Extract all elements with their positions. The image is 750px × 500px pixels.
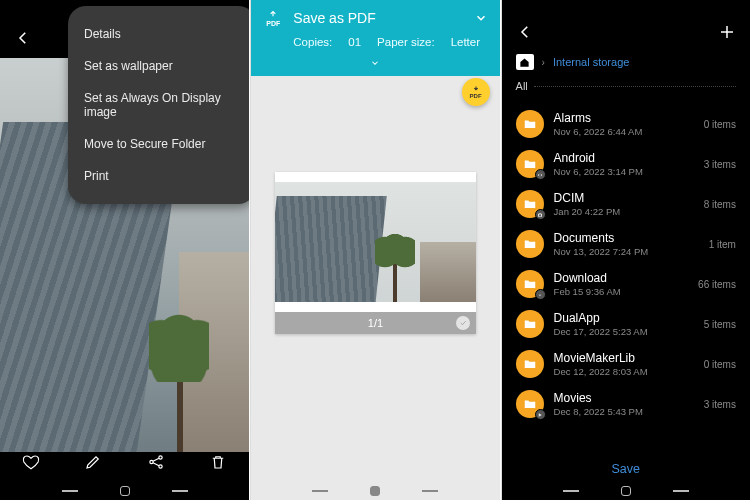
nav-bar [502, 482, 750, 500]
overflow-menu: Details Set as wallpaper Set as Always O… [68, 6, 249, 204]
nav-recents[interactable] [563, 490, 579, 492]
page-preview-footer: 1/1 [275, 312, 475, 334]
add-icon[interactable] [718, 23, 736, 41]
chevron-right-icon: › [542, 57, 545, 68]
folder-count: 5 items [704, 319, 736, 330]
nav-back[interactable] [172, 490, 188, 492]
copies-label: Copies: [293, 36, 332, 48]
menu-item-secure-folder[interactable]: Move to Secure Folder [68, 128, 249, 160]
printer-destination[interactable]: Save as PDF [293, 10, 375, 26]
pdf-badge-label: PDF [266, 20, 280, 27]
nav-back[interactable] [673, 490, 689, 492]
all-label: All [516, 80, 528, 92]
folder-icon [516, 270, 544, 298]
section-header: All [502, 78, 750, 96]
folder-date: Jan 20 4:22 PM [554, 206, 694, 217]
folder-count: 0 items [704, 119, 736, 130]
svg-point-1 [150, 460, 153, 463]
svg-point-2 [159, 456, 162, 459]
page-indicator: 1/1 [368, 317, 383, 329]
pdf-icon: PDF [263, 8, 283, 28]
nav-home[interactable] [120, 486, 130, 496]
folder-name: MovieMakerLib [554, 351, 694, 365]
heart-icon[interactable] [22, 453, 40, 471]
menu-item-set-wallpaper[interactable]: Set as wallpaper [68, 50, 249, 82]
menu-item-details[interactable]: Details [68, 18, 249, 50]
breadcrumb-location[interactable]: Internal storage [553, 56, 629, 68]
svg-point-3 [159, 465, 162, 468]
nav-home[interactable] [370, 486, 380, 496]
folder-row[interactable]: MovieMakerLibDec 12, 2022 8:03 AM0 items [502, 344, 750, 384]
folder-date: Nov 6, 2022 3:14 PM [554, 166, 694, 177]
share-icon[interactable] [147, 453, 165, 471]
folder-list[interactable]: AlarmsNov 6, 2022 6:44 AM0 itemsAndroidN… [502, 104, 750, 456]
print-header: PDF Save as PDF Copies: 01 Paper size: L… [251, 0, 499, 76]
folder-icon [516, 390, 544, 418]
folder-icon [516, 310, 544, 338]
down-badge-icon [535, 289, 546, 300]
folder-row[interactable]: MoviesDec 8, 2022 5:43 PM3 items [502, 384, 750, 424]
page-preview[interactable]: 1/1 [275, 172, 475, 334]
folder-row[interactable]: DownloadFeb 15 9:36 AM66 items [502, 264, 750, 304]
home-icon[interactable] [516, 54, 534, 70]
save-pdf-fab[interactable]: PDF [462, 78, 490, 106]
papersize-label: Paper size: [377, 36, 435, 48]
folder-count: 0 items [704, 359, 736, 370]
chevron-down-icon[interactable] [474, 11, 488, 25]
nav-bar [0, 482, 249, 500]
folder-row[interactable]: AlarmsNov 6, 2022 6:44 AM0 items [502, 104, 750, 144]
folder-date: Nov 6, 2022 6:44 AM [554, 126, 694, 137]
folder-row[interactable]: DocumentsNov 13, 2022 7:24 PM1 item [502, 224, 750, 264]
back-icon[interactable] [14, 29, 32, 47]
play-badge-icon [535, 409, 546, 420]
folder-count: 66 items [698, 279, 736, 290]
folder-date: Dec 17, 2022 5:23 AM [554, 326, 694, 337]
folder-date: Dec 8, 2022 5:43 PM [554, 406, 694, 417]
folder-row[interactable]: DualAppDec 17, 2022 5:23 AM5 items [502, 304, 750, 344]
menu-item-set-aod[interactable]: Set as Always On Display image [68, 82, 249, 128]
folder-row[interactable]: DCIMJan 20 4:22 PM8 items [502, 184, 750, 224]
folder-date: Feb 15 9:36 AM [554, 286, 689, 297]
nav-recents[interactable] [62, 490, 78, 492]
folder-name: DualApp [554, 311, 694, 325]
nav-home[interactable] [621, 486, 631, 496]
fab-pdf-label: PDF [470, 93, 482, 99]
file-picker-top-bar [502, 14, 750, 50]
breadcrumb: › Internal storage [502, 50, 750, 78]
folder-name: Download [554, 271, 689, 285]
nav-recents[interactable] [312, 490, 328, 492]
nav-back[interactable] [422, 490, 438, 492]
nav-bar [251, 482, 499, 500]
gallery-bottom-bar [0, 442, 249, 482]
edit-icon[interactable] [84, 453, 102, 471]
folder-count: 3 items [704, 159, 736, 170]
print-preview-screen: PDF Save as PDF Copies: 01 Paper size: L… [250, 0, 499, 500]
status-bar [502, 0, 750, 14]
folder-count: 1 item [709, 239, 736, 250]
back-icon[interactable] [516, 23, 534, 41]
folder-date: Dec 12, 2022 8:03 AM [554, 366, 694, 377]
folder-count: 3 items [704, 399, 736, 410]
folder-row[interactable]: AndroidNov 6, 2022 3:14 PM3 items [502, 144, 750, 184]
folder-name: DCIM [554, 191, 694, 205]
gear-badge-icon [535, 169, 546, 180]
folder-name: Documents [554, 231, 699, 245]
folder-count: 8 items [704, 199, 736, 210]
trash-icon[interactable] [209, 453, 227, 471]
folder-date: Nov 13, 2022 7:24 PM [554, 246, 699, 257]
menu-item-print[interactable]: Print [68, 160, 249, 192]
copies-value[interactable]: 01 [348, 36, 361, 48]
folder-icon [516, 110, 544, 138]
folder-icon [516, 150, 544, 178]
folder-name: Movies [554, 391, 694, 405]
papersize-value[interactable]: Letter [451, 36, 480, 48]
page-preview-image [275, 182, 475, 302]
folder-icon [516, 230, 544, 258]
gallery-viewer-screen: Details Set as wallpaper Set as Always O… [0, 0, 249, 500]
page-select-checkbox[interactable] [456, 316, 470, 330]
folder-icon [516, 190, 544, 218]
folder-icon [516, 350, 544, 378]
expand-options[interactable] [251, 54, 499, 76]
camera-badge-icon [535, 209, 546, 220]
save-button[interactable]: Save [502, 456, 750, 482]
